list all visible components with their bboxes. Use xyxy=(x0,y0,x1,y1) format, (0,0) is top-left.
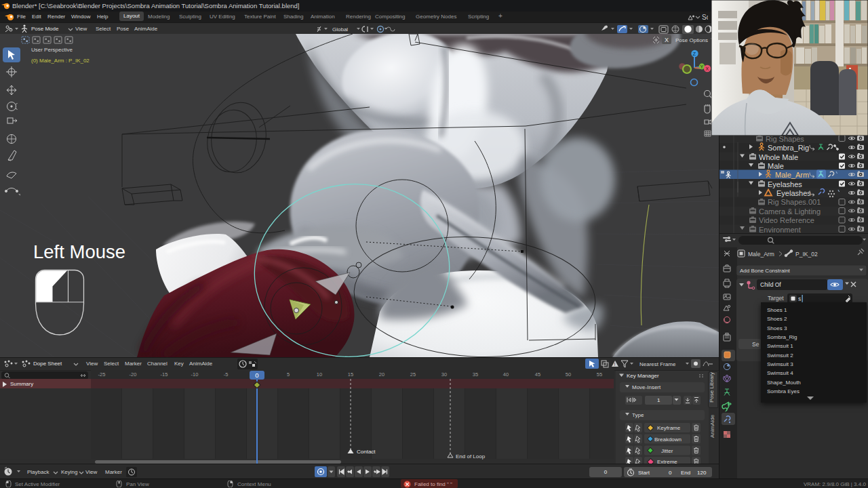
svg-text:P_IK_02: P_IK_02 xyxy=(795,251,818,258)
svg-text:User Perspective: User Perspective xyxy=(31,47,73,53)
svg-text:Add Bone Constraint: Add Bone Constraint xyxy=(740,268,791,274)
svg-text:(0) Male_Arm : P_IK_02: (0) Male_Arm : P_IK_02 xyxy=(31,58,90,64)
svg-text:End of Loop: End of Loop xyxy=(456,453,486,460)
svg-text:Rig Shapes.001: Rig Shapes.001 xyxy=(768,198,821,206)
svg-text:Nearest Frame: Nearest Frame xyxy=(639,361,676,367)
svg-text:Environment: Environment xyxy=(759,226,801,234)
svg-text:Z: Z xyxy=(693,51,696,57)
svg-text:Global: Global xyxy=(332,26,348,33)
svg-text:Male_Arm: Male_Arm xyxy=(748,251,774,258)
svg-text:X: X xyxy=(665,37,669,43)
svg-text:Jitter: Jitter xyxy=(661,448,673,454)
svg-text:Whole Male: Whole Male xyxy=(759,153,798,161)
svg-text:Camera & Lighting: Camera & Lighting xyxy=(759,207,821,216)
svg-text:Move-Insert: Move-Insert xyxy=(632,384,661,390)
svg-text:Rig Shapes: Rig Shapes xyxy=(766,135,804,143)
svg-text:Eyelashes: Eyelashes xyxy=(776,189,811,197)
svg-text:Male_Arm: Male_Arm xyxy=(775,171,809,179)
svg-text:Se: Se xyxy=(752,341,760,348)
svg-text:Left Mouse: Left Mouse xyxy=(33,241,125,262)
svg-text:!: ! xyxy=(614,362,615,367)
svg-text:X: X xyxy=(705,66,709,71)
svg-text:Keyframe: Keyframe xyxy=(657,425,681,431)
svg-text:Sombra_Rig: Sombra_Rig xyxy=(768,144,809,152)
svg-text:Male: Male xyxy=(768,162,784,170)
svg-text:Child Of: Child Of xyxy=(760,281,781,288)
svg-text:Target: Target xyxy=(768,295,784,302)
svg-text:Sc: Sc xyxy=(702,14,708,21)
svg-text:Key Manager: Key Manager xyxy=(627,373,659,379)
svg-text:Breakdown: Breakdown xyxy=(654,436,682,443)
svg-text:Contact: Contact xyxy=(357,449,376,455)
svg-text:Type: Type xyxy=(632,412,644,418)
svg-text:s: s xyxy=(798,296,801,302)
svg-text:Video Reference: Video Reference xyxy=(759,216,814,224)
svg-text:Y: Y xyxy=(700,64,703,69)
svg-text:Eyelashes: Eyelashes xyxy=(768,180,802,188)
svg-text:1: 1 xyxy=(657,397,660,403)
svg-text:Pose Options: Pose Options xyxy=(675,37,708,43)
